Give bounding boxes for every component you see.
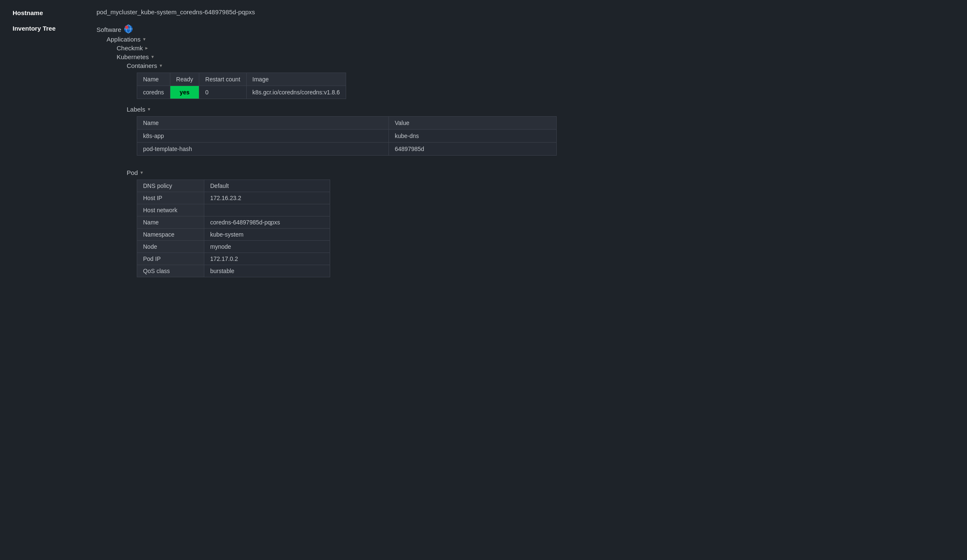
pod-value: 172.17.0.2 <box>204 253 330 265</box>
container-image: k8s.gcr.io/coredns/coredns:v1.8.6 <box>246 86 346 99</box>
table-row: Host IP172.16.23.2 <box>137 192 330 204</box>
kubernetes-arrow: ▼ <box>151 55 155 59</box>
hostname-label: Hostname <box>13 8 96 16</box>
table-row: k8s-appkube-dns <box>137 130 557 143</box>
applications-item[interactable]: Applications ▼ <box>107 35 617 44</box>
pod-item[interactable]: Pod ▼ <box>127 168 617 177</box>
containers-table-wrapper: Name Ready Restart count Image corednsye… <box>137 73 617 99</box>
table-row: pod-template-hash64897985d <box>137 143 557 156</box>
pod-value: mynode <box>204 241 330 253</box>
containers-col-restart: Restart count <box>199 73 246 86</box>
labels-table-wrapper: Name Value k8s-appkube-dnspod-template-h… <box>137 116 617 156</box>
applications-arrow: ▼ <box>142 37 146 42</box>
label-value: kube-dns <box>389 130 557 143</box>
checkmk-label: Checkmk <box>117 44 143 52</box>
kubernetes-item[interactable]: Kubernetes ▼ <box>117 52 617 61</box>
container-restart-count: 0 <box>199 86 246 99</box>
kubernetes-label: Kubernetes <box>117 53 149 60</box>
table-row: QoS classburstable <box>137 265 330 277</box>
labels-item[interactable]: Labels ▼ <box>127 105 617 114</box>
hostname-row: Hostname pod_mycluster_kube-system_cored… <box>13 8 617 16</box>
labels-col-value: Value <box>389 117 557 130</box>
labels-label: Labels <box>127 106 145 113</box>
pod-key: Node <box>137 241 204 253</box>
table-row: Namespacekube-system <box>137 229 330 241</box>
containers-table: Name Ready Restart count Image corednsye… <box>137 73 346 99</box>
containers-col-image: Image <box>246 73 346 86</box>
pod-table: DNS policyDefaultHost IP172.16.23.2Host … <box>137 180 330 277</box>
tree-container: Inventory Tree Software Applications ▼ <box>13 24 617 277</box>
pod-table-wrapper: DNS policyDefaultHost IP172.16.23.2Host … <box>137 180 617 277</box>
hostname-value: pod_mycluster_kube-system_coredns-648979… <box>96 8 255 16</box>
pod-key: Namespace <box>137 229 204 241</box>
pod-key: Host IP <box>137 192 204 204</box>
pod-value: coredns-64897985d-pqpxs <box>204 216 330 229</box>
software-label: Software <box>96 26 121 33</box>
pod-key: QoS class <box>137 265 204 277</box>
labels-arrow: ▼ <box>147 107 151 112</box>
pod-key: DNS policy <box>137 180 204 192</box>
pod-value: kube-system <box>204 229 330 241</box>
table-row: DNS policyDefault <box>137 180 330 192</box>
label-value: 64897985d <box>389 143 557 156</box>
applications-label: Applications <box>107 36 141 43</box>
table-row: Pod IP172.17.0.2 <box>137 253 330 265</box>
inventory-tree-label: Inventory Tree <box>13 24 96 32</box>
label-name: k8s-app <box>137 130 389 143</box>
labels-col-name: Name <box>137 117 389 130</box>
table-row: corednsyes0k8s.gcr.io/coredns/coredns:v1… <box>137 86 346 99</box>
pod-key: Host network <box>137 204 204 216</box>
table-row: Nodemynode <box>137 241 330 253</box>
page-container: Hostname pod_mycluster_kube-system_cored… <box>13 8 617 277</box>
pod-key: Pod IP <box>137 253 204 265</box>
labels-table: Name Value k8s-appkube-dnspod-template-h… <box>137 116 557 156</box>
containers-arrow: ▼ <box>159 63 163 68</box>
pod-value: burstable <box>204 265 330 277</box>
pod-value: 172.16.23.2 <box>204 192 330 204</box>
tree-content: Software Applications ▼ Checkmk ► <box>96 24 617 277</box>
label-name: pod-template-hash <box>137 143 389 156</box>
checkmk-item[interactable]: Checkmk ► <box>117 44 617 52</box>
containers-col-name: Name <box>137 73 170 86</box>
containers-col-ready: Ready <box>170 73 199 86</box>
pod-label: Pod <box>127 169 138 176</box>
table-row: Host network <box>137 204 330 216</box>
pod-arrow: ▼ <box>140 170 144 175</box>
containers-item[interactable]: Containers ▼ <box>127 61 617 70</box>
pod-value <box>204 204 330 216</box>
pod-value: Default <box>204 180 330 192</box>
container-name: coredns <box>137 86 170 99</box>
container-ready: yes <box>170 86 199 99</box>
software-icon <box>124 24 133 34</box>
table-row: Namecoredns-64897985d-pqpxs <box>137 216 330 229</box>
svg-point-3 <box>125 26 128 29</box>
software-item[interactable]: Software <box>96 24 617 35</box>
pod-key: Name <box>137 216 204 229</box>
checkmk-arrow: ► <box>145 46 149 50</box>
containers-label: Containers <box>127 62 157 69</box>
